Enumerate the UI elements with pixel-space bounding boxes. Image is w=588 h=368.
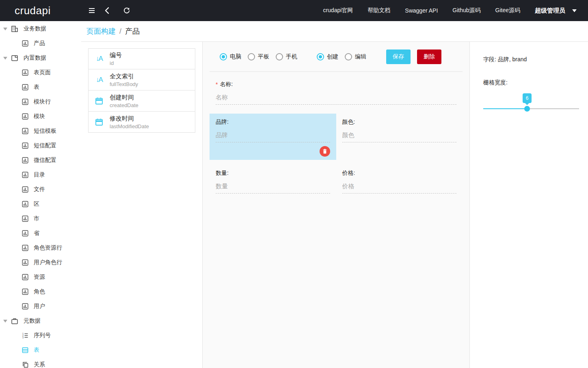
topbar: crudapi crudapi官网帮助文档Swagger APIGithub源码… [0,0,588,21]
topbar-links: crudapi官网帮助文档Swagger APIGithub源码Gitee源码 [323,7,520,14]
sidebar-item[interactable]: 省 [0,226,81,241]
content-area: 页面构建 / 产品 ↓A编号id↓A全文索引fullTextBody创建时间cr… [81,21,588,368]
form-field-label: *名称: [216,81,456,88]
form-field-input[interactable] [216,183,330,194]
form-field-cell[interactable]: 颜色: [336,114,463,160]
form-field-input[interactable] [216,94,456,105]
sidebar-item[interactable]: 短信模板 [0,124,81,138]
palette-field-card[interactable]: ↓A全文索引fullTextBody [88,69,195,90]
slider-thumb[interactable] [524,106,530,112]
sidebar-item[interactable]: 短信配置 [0,138,81,153]
sidebar-item[interactable]: 产品 [0,36,81,51]
sidebar-item[interactable]: 角色资源行 [0,241,81,255]
sidebar-item-label: 市 [34,215,39,222]
mode-radio-option[interactable]: 编辑 [345,53,366,60]
form-field-cell[interactable]: 数量: [210,165,336,198]
sidebar-item[interactable]: 微信配置 [0,153,81,168]
palette-field-card[interactable]: 创建时间createdDate [88,90,195,112]
sidebar-item[interactable]: 关系 [0,357,81,368]
radio-label: 编辑 [355,53,366,60]
form-field-label: 数量: [216,170,330,177]
save-button[interactable]: 保存 [386,49,411,64]
sidebar-item[interactable]: 用户角色行 [0,255,81,270]
topbar-link[interactable]: Gitee源码 [495,7,520,14]
menu-icon[interactable] [86,4,98,17]
sidebar-item-label: 目录 [34,171,45,179]
bar-chart-icon [22,186,29,193]
sidebar-section-0[interactable]: 业务数据 [0,22,81,36]
form-field-input[interactable] [216,131,330,142]
sidebar-item[interactable]: 资源 [0,270,81,284]
bar-chart-icon [22,200,29,208]
topbar-link[interactable]: 帮助文档 [368,7,390,14]
required-asterisk: * [216,81,218,88]
device-radio-option[interactable]: 手机 [276,53,297,60]
user-menu[interactable]: 超级管理员 [535,7,577,15]
sidebar-item-label: 模块 [34,113,45,120]
sidebar-item-label: 产品 [34,40,45,47]
header-divider [210,71,463,72]
palette-field-code: id [110,60,122,66]
caret-down-icon [572,9,577,12]
palette-field-card[interactable]: 修改时间lastModifiedDate [88,112,195,133]
slider-value: 6 [526,95,529,101]
sidebar-item[interactable]: 市 [0,211,81,226]
sidebar-item[interactable]: 表页面 [0,65,81,80]
calendar-icon [95,118,104,127]
sidebar-item-label: 模块行 [34,98,51,105]
sidebar-item[interactable]: 角色 [0,284,81,299]
sidebar-section-2[interactable]: 元数据 [0,314,81,328]
sidebar-item[interactable]: 123序列号 [0,328,81,343]
svg-text:3: 3 [22,336,24,339]
topbar-link[interactable]: crudapi官网 [323,7,353,14]
form-field-input[interactable] [342,183,457,194]
back-icon[interactable] [101,4,113,17]
sidebar-item[interactable]: 目录 [0,168,81,182]
sidebar-item-label: 短信配置 [34,142,56,149]
bar-chart-icon [22,69,29,76]
bar-chart-icon [22,259,29,266]
caret-down-icon [3,320,8,323]
sidebar-item-label: 用户角色行 [34,259,62,266]
mode-radio-option[interactable]: 创建 [317,53,338,60]
sidebar-item[interactable]: 区 [0,197,81,211]
sort-alpha-icon: ↓A [96,76,102,84]
form-field-cell[interactable]: 价格: [336,165,463,198]
sidebar-item[interactable]: 表 [0,343,81,357]
topbar-link[interactable]: Github源码 [452,7,480,14]
sidebar-item[interactable]: 用户 [0,299,81,314]
topbar-link[interactable]: Swagger API [405,7,438,14]
builder-panels: ↓A编号id↓A全文索引fullTextBody创建时间createdDate修… [81,41,588,368]
sidebar-item[interactable]: 表 [0,80,81,95]
form-field-cell[interactable]: 品牌: [210,114,336,160]
sidebar-tree: 业务数据产品内置数据表页面表模块行模块短信模板短信配置微信配置目录文件区市省角色… [0,21,81,368]
trash-icon [322,148,328,154]
form-field-input[interactable] [342,131,457,142]
device-radio-option[interactable]: 电脑 [220,53,241,60]
palette-field-card[interactable]: ↓A编号id [88,48,195,69]
refresh-icon[interactable] [121,4,133,17]
inspector-panel: 字段: 品牌, brand 栅格宽度: 6 [470,42,588,368]
selected-field-info: 字段: 品牌, brand [483,56,579,63]
canvas-header: 电脑平板手机 创建编辑 保存 删除 [203,42,469,71]
sidebar-item[interactable]: 文件 [0,182,81,197]
breadcrumb-link-page-builder[interactable]: 页面构建 [86,26,116,36]
bar-chart-icon [22,142,29,149]
bar-chart-icon [22,273,29,281]
sidebar-section-1[interactable]: 内置数据 [0,51,81,65]
delete-field-button[interactable] [320,146,330,157]
form-field-cell[interactable]: *名称: [210,76,463,109]
sidebar-section-label: 元数据 [24,317,41,325]
delete-button[interactable]: 删除 [417,49,441,64]
briefcase-icon [11,317,19,325]
palette-field-code: fullTextBody [110,81,138,87]
form-field-label: 品牌: [216,118,330,126]
building-icon [11,25,19,33]
app-logo[interactable]: crudapi [15,4,51,17]
device-radio-option[interactable]: 平板 [248,53,269,60]
table-icon [22,346,29,354]
device-radio-group: 电脑平板手机 [220,53,297,60]
sidebar-item[interactable]: 模块 [0,109,81,124]
sidebar-item[interactable]: 模块行 [0,95,81,109]
copy-icon [22,361,29,368]
